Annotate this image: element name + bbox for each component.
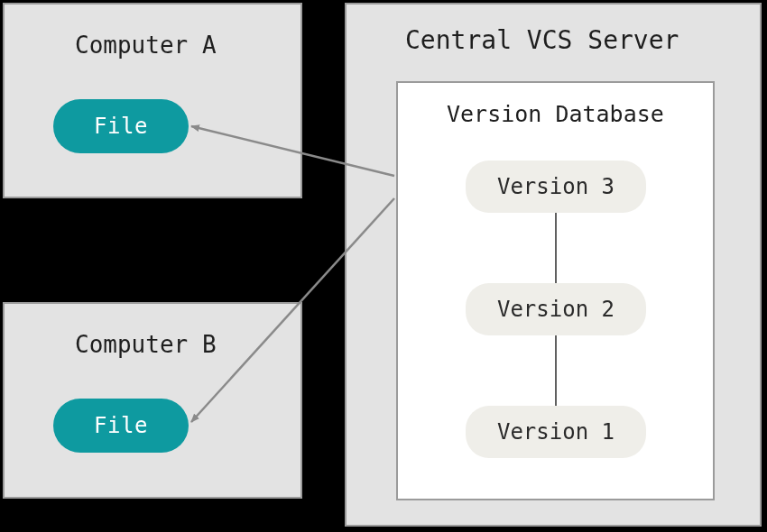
computer-b-title: Computer B: [75, 331, 217, 358]
central-server-panel: Central VCS Server Version Database Vers…: [345, 3, 762, 527]
version-database-box: Version Database Version 3 Version 2 Ver…: [396, 81, 715, 500]
version-1-pill: Version 1: [466, 406, 646, 458]
version-1-label: Version 1: [497, 419, 615, 445]
version-2-label: Version 2: [497, 297, 615, 322]
diagram-stage: Computer A File Computer B File Central …: [0, 0, 767, 532]
computer-b-panel: Computer B File: [3, 302, 302, 499]
connector-v3-v2: [555, 213, 557, 283]
computer-b-file-pill: File: [53, 399, 189, 453]
computer-a-file-label: File: [94, 114, 148, 139]
connector-v2-v1: [555, 335, 557, 406]
version-3-label: Version 3: [497, 174, 615, 199]
computer-a-panel: Computer A File: [3, 3, 302, 198]
computer-a-file-pill: File: [53, 99, 189, 153]
version-3-pill: Version 3: [466, 161, 646, 213]
version-database-title: Version Database: [447, 101, 664, 127]
central-server-title: Central VCS Server: [405, 25, 679, 55]
version-2-pill: Version 2: [466, 283, 646, 335]
computer-b-file-label: File: [94, 413, 148, 438]
computer-a-title: Computer A: [75, 32, 217, 59]
